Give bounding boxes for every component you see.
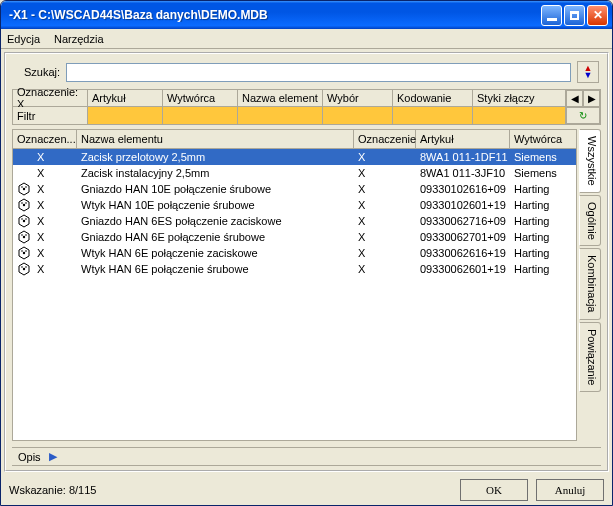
table-row[interactable]: XGniazdo HAN 10E połączenie śruboweX0933… [13, 181, 576, 197]
svg-point-17 [25, 266, 27, 268]
svg-point-13 [21, 250, 23, 252]
plug-icon [17, 213, 31, 229]
table-row[interactable]: XWtyk HAN 6E połączenie śruboweX09330062… [13, 261, 576, 277]
cancel-button[interactable]: Anuluj [536, 479, 604, 501]
th-artykul[interactable]: Artykuł [416, 130, 510, 148]
minimize-icon [547, 18, 557, 21]
titlebar[interactable]: -X1 - C:\WSCAD44S\Baza danych\DEMO.MDB ✕ [1, 1, 612, 29]
status-text: Wskazanie: 8/115 [9, 484, 452, 496]
filter-col-ozn[interactable]: Oznaczenie: X [13, 90, 87, 107]
menu-tools[interactable]: Narzędzia [54, 33, 104, 45]
svg-point-15 [23, 268, 25, 270]
filter-cell-wytworca[interactable] [163, 107, 237, 124]
opis-label: Opis [18, 451, 41, 463]
cell-nazwa: Wtyk HAN 6E połączenie śrubowe [77, 261, 354, 277]
filter-col-kodowanie[interactable]: Kodowanie [393, 90, 472, 107]
svg-point-8 [25, 218, 27, 220]
cell-ozs: X [33, 261, 77, 277]
menubar: Edycja Narzędzia [1, 29, 612, 49]
window-title: -X1 - C:\WSCAD44S\Baza danych\DEMO.MDB [9, 8, 541, 22]
cell-oznaczenie: X [354, 181, 416, 197]
table-row[interactable]: XWtyk HAN 10E połączenie śruboweX0933010… [13, 197, 576, 213]
cell-nazwa: Wtyk HAN 6E połączenie zaciskowe [77, 245, 354, 261]
svg-point-3 [23, 204, 25, 206]
table-row[interactable]: XWtyk HAN 6E połączenie zaciskoweX093300… [13, 245, 576, 261]
filter-grid: Oznaczenie: X Filtr Artykuł Wytwórca Naz… [12, 89, 601, 125]
expand-icon: ▶ [49, 450, 57, 463]
cell-artykul: 09330102601+19 [416, 197, 510, 213]
th-oznaczen[interactable]: Oznaczen... [13, 130, 77, 148]
filter-nav-left[interactable]: ◀ [566, 90, 583, 107]
svg-point-11 [25, 234, 27, 236]
cell-ozs: X [33, 165, 77, 181]
cell-nazwa: Gniazdo HAN 6E połączenie śrubowe [77, 229, 354, 245]
filter-col-artykul[interactable]: Artykuł [88, 90, 162, 107]
opis-bar[interactable]: Opis ▶ [12, 447, 601, 466]
ok-button[interactable]: OK [460, 479, 528, 501]
tab-kombinacja[interactable]: Kombinacja [579, 248, 601, 319]
filter-col-wytworca[interactable]: Wytwórca [163, 90, 237, 107]
cell-oznaczenie: X [354, 213, 416, 229]
svg-point-9 [23, 236, 25, 238]
table-row[interactable]: XZacisk instalacyjny 2,5mmX8WA1 011-3JF1… [13, 165, 576, 181]
cell-ozs: X [33, 213, 77, 229]
cell-nazwa: Wtyk HAN 10E połączenie śrubowe [77, 197, 354, 213]
svg-point-0 [23, 188, 25, 190]
svg-point-14 [25, 250, 27, 252]
cell-nazwa: Zacisk instalacyjny 2,5mm [77, 165, 354, 181]
table-row[interactable]: XGniazdo HAN 6ES połączenie zaciskoweX09… [13, 213, 576, 229]
filter-cell-artykul[interactable] [88, 107, 162, 124]
filter-col-styki[interactable]: Styki złączy [473, 90, 565, 107]
close-button[interactable]: ✕ [587, 5, 608, 26]
plug-icon [17, 197, 31, 213]
cell-artykul: 09330062716+09 [416, 213, 510, 229]
th-wytworca[interactable]: Wytwórca [510, 130, 576, 148]
plug-icon [17, 229, 31, 245]
table-body[interactable]: XZacisk przelotowy 2,5mmX8WA1 011-1DF11S… [13, 149, 576, 440]
th-oznaczenie[interactable]: Oznaczenie [354, 130, 416, 148]
cell-oznaczenie: X [354, 197, 416, 213]
search-label: Szukaj: [24, 66, 60, 78]
cell-wytworca: Harting [510, 261, 576, 277]
cell-oznaczenie: X [354, 149, 416, 165]
svg-point-2 [25, 186, 27, 188]
filter-refresh[interactable]: ↻ [566, 107, 600, 124]
triangles-icon: ▲▼ [584, 65, 593, 79]
cell-nazwa: Gniazdo HAN 10E połączenie śrubowe [77, 181, 354, 197]
cell-wytworca: Harting [510, 181, 576, 197]
svg-point-4 [21, 202, 23, 204]
maximize-button[interactable] [564, 5, 585, 26]
cell-nazwa: Zacisk przelotowy 2,5mm [77, 149, 354, 165]
filter-col-nazwa[interactable]: Nazwa element [238, 90, 322, 107]
menu-edit[interactable]: Edycja [7, 33, 40, 45]
minimize-button[interactable] [541, 5, 562, 26]
cell-artykul: 8WA1 011-1DF11 [416, 149, 510, 165]
filter-nav-right[interactable]: ▶ [583, 90, 600, 107]
svg-point-12 [23, 252, 25, 254]
table-row[interactable]: XGniazdo HAN 6E połączenie śruboweX09330… [13, 229, 576, 245]
cell-artykul: 09330062616+19 [416, 245, 510, 261]
filter-cell-nazwa[interactable] [238, 107, 322, 124]
cell-ozs: X [33, 149, 77, 165]
cell-ozs: X [33, 181, 77, 197]
search-input[interactable] [66, 63, 571, 82]
tab-ogolnie[interactable]: Ogólnie [579, 195, 601, 247]
terminal-icon [17, 165, 29, 181]
svg-point-1 [21, 186, 23, 188]
plug-icon [17, 181, 31, 197]
filter-cell-kodowanie[interactable] [393, 107, 472, 124]
filter-cell-styki[interactable] [473, 107, 565, 124]
tab-wszystkie[interactable]: Wszystkie [579, 129, 601, 193]
cell-ozs: X [33, 245, 77, 261]
filter-cell-wybor[interactable] [323, 107, 392, 124]
cell-nazwa: Gniazdo HAN 6ES połączenie zaciskowe [77, 213, 354, 229]
tab-powiazanie[interactable]: Powiązanie [579, 322, 601, 392]
search-tool-button[interactable]: ▲▼ [577, 61, 599, 83]
cell-oznaczenie: X [354, 245, 416, 261]
filter-row-label: Filtr [13, 107, 87, 124]
filter-col-wybor[interactable]: Wybór [323, 90, 392, 107]
table-row[interactable]: XZacisk przelotowy 2,5mmX8WA1 011-1DF11S… [13, 149, 576, 165]
th-nazwa[interactable]: Nazwa elementu [77, 130, 354, 148]
cell-oznaczenie: X [354, 165, 416, 181]
plug-icon [17, 261, 31, 277]
